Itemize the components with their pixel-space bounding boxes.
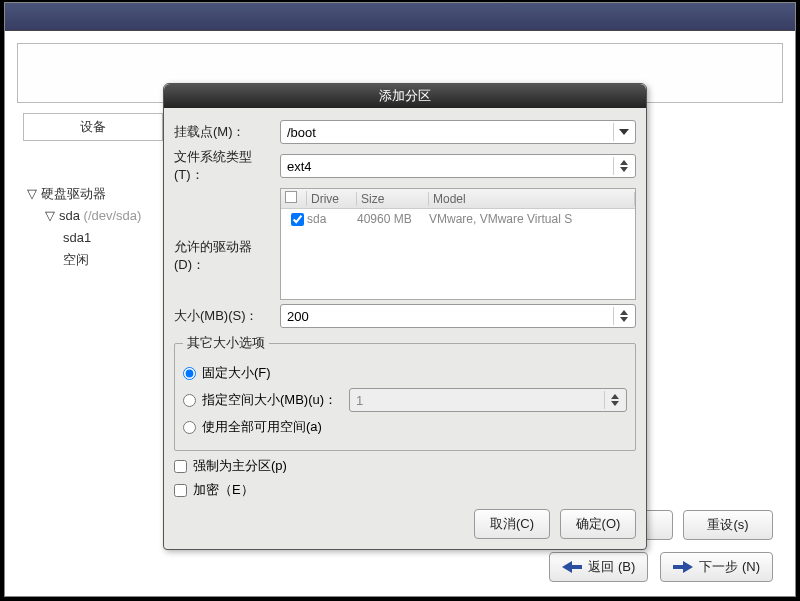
tree-sda: sda bbox=[59, 205, 80, 227]
reset-button[interactable]: 重设(s) bbox=[683, 510, 773, 540]
fixed-size-radio[interactable] bbox=[183, 367, 196, 380]
size-label: 大小(MB)(S)： bbox=[174, 307, 280, 325]
device-tree[interactable]: ▽ 硬盘驱动器 ▽ sda (/dev/sda) sda1 空闲 bbox=[27, 183, 141, 271]
fs-type-combo[interactable]: ext4 bbox=[280, 154, 636, 178]
fill-to-spinner: 1 bbox=[349, 388, 627, 412]
encrypt-checkbox[interactable] bbox=[174, 484, 187, 497]
fill-to-radio[interactable] bbox=[183, 394, 196, 407]
fill-to-label: 指定空间大小(MB)(u)： bbox=[202, 391, 337, 409]
drive-row-name: sda bbox=[307, 212, 357, 226]
mount-point-value: /boot bbox=[287, 125, 316, 140]
back-button-label: 返回 (B) bbox=[588, 558, 635, 576]
arrow-right-icon bbox=[673, 561, 693, 573]
tab-device[interactable]: 设备 bbox=[23, 113, 163, 141]
fs-type-label: 文件系统类型(T)： bbox=[174, 148, 280, 184]
cancel-button-label: 取消(C) bbox=[490, 515, 534, 533]
force-primary-label: 强制为主分区(p) bbox=[193, 457, 287, 475]
fixed-size-label: 固定大小(F) bbox=[202, 364, 271, 382]
next-button[interactable]: 下一步 (N) bbox=[660, 552, 773, 582]
tree-free: 空闲 bbox=[63, 249, 89, 271]
tree-toggle-icon[interactable]: ▽ bbox=[45, 205, 59, 227]
tree-root: 硬盘驱动器 bbox=[41, 183, 106, 205]
other-size-legend: 其它大小选项 bbox=[183, 334, 269, 352]
ok-button[interactable]: 确定(O) bbox=[560, 509, 636, 539]
drive-row-checkbox[interactable] bbox=[291, 213, 304, 226]
fill-to-value: 1 bbox=[356, 393, 363, 408]
tree-toggle-icon[interactable]: ▽ bbox=[27, 183, 41, 205]
dialog-title: 添加分区 bbox=[164, 84, 646, 108]
use-all-label: 使用全部可用空间(a) bbox=[202, 418, 322, 436]
col-drive: Drive bbox=[307, 192, 357, 206]
combo-steppers-icon[interactable] bbox=[613, 157, 633, 175]
header-checkbox-icon[interactable] bbox=[285, 191, 297, 203]
drive-header: Drive Size Model bbox=[281, 189, 635, 209]
arrow-left-icon bbox=[562, 561, 582, 573]
drives-label: 允许的驱动器(D)： bbox=[174, 188, 280, 274]
mount-point-combo[interactable]: /boot bbox=[280, 120, 636, 144]
cancel-button[interactable]: 取消(C) bbox=[474, 509, 550, 539]
back-button[interactable]: 返回 (B) bbox=[549, 552, 648, 582]
fs-type-value: ext4 bbox=[287, 159, 312, 174]
col-model: Model bbox=[429, 192, 635, 206]
size-value: 200 bbox=[287, 309, 309, 324]
chevron-down-icon[interactable] bbox=[613, 123, 633, 141]
window-titlebar bbox=[5, 3, 795, 31]
force-primary-checkbox[interactable] bbox=[174, 460, 187, 473]
spinner-steppers-icon bbox=[604, 391, 624, 409]
spinner-steppers-icon[interactable] bbox=[613, 307, 633, 325]
allowed-drives-list[interactable]: Drive Size Model sda 40960 MB VMware, VM… bbox=[280, 188, 636, 300]
next-button-label: 下一步 (N) bbox=[699, 558, 760, 576]
use-all-radio[interactable] bbox=[183, 421, 196, 434]
drive-row-size: 40960 MB bbox=[357, 212, 429, 226]
reset-button-label: 重设(s) bbox=[707, 516, 748, 534]
tab-device-label: 设备 bbox=[80, 118, 106, 136]
encrypt-label: 加密（E） bbox=[193, 481, 254, 499]
size-spinner[interactable]: 200 bbox=[280, 304, 636, 328]
installer-window: 设备 ▽ 硬盘驱动器 ▽ sda (/dev/sda) sda1 空闲 bbox=[4, 2, 796, 597]
drive-row[interactable]: sda 40960 MB VMware, VMware Virtual S bbox=[281, 209, 635, 229]
tree-sda-path: (/dev/sda) bbox=[84, 205, 142, 227]
tree-sda1: sda1 bbox=[63, 227, 91, 249]
col-size: Size bbox=[357, 192, 429, 206]
ok-button-label: 确定(O) bbox=[576, 515, 621, 533]
add-partition-dialog: 添加分区 挂载点(M)： /boot 文件系统类型(T)： ext4 允许的驱动… bbox=[163, 83, 647, 550]
mount-point-label: 挂载点(M)： bbox=[174, 123, 280, 141]
other-size-options: 其它大小选项 固定大小(F) 指定空间大小(MB)(u)： 1 使用全部可用空间… bbox=[174, 334, 636, 451]
drive-row-model: VMware, VMware Virtual S bbox=[429, 212, 635, 226]
